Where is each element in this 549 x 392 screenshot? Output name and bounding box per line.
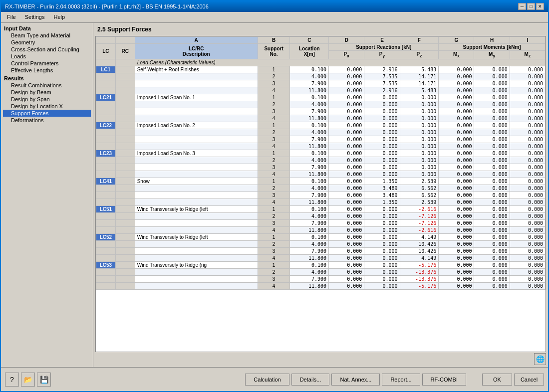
- pz-cell: 4.149: [400, 254, 439, 261]
- rc-cell: [115, 87, 135, 94]
- table-row: 37.9000.0000.00010.4260.0000.0000.000: [96, 247, 546, 254]
- desc-cell: [135, 157, 258, 164]
- x-cell: 4.000: [290, 157, 329, 164]
- support-no-cell: 2: [258, 73, 290, 80]
- report-button[interactable]: Report...: [382, 374, 420, 386]
- px-cell: 0.000: [329, 219, 364, 226]
- sidebar-item-support-forces[interactable]: Support Forces: [3, 110, 91, 117]
- my-cell: 0.000: [474, 164, 510, 171]
- x-cell: 0.100: [290, 94, 329, 101]
- sidebar-item-geometry[interactable]: Geometry: [3, 39, 91, 46]
- py-cell: 2.916: [364, 66, 400, 73]
- py-cell: 0.000: [364, 164, 400, 171]
- mx-cell: 0.000: [439, 66, 474, 73]
- mx-cell: 0.000: [439, 129, 474, 136]
- support-no-cell: 3: [258, 219, 290, 226]
- sidebar-item-effective-lengths[interactable]: Effective Lengths: [3, 67, 91, 74]
- px-cell: 0.000: [329, 129, 364, 136]
- my-cell: 0.000: [474, 171, 510, 178]
- desc-cell: [135, 192, 258, 198]
- my-cell: 0.000: [474, 268, 510, 275]
- support-no-cell: 2: [258, 185, 290, 192]
- mx-cell: 0.000: [439, 261, 474, 268]
- py-cell: 3.489: [364, 192, 400, 198]
- px-cell: 0.000: [329, 254, 364, 261]
- rc-cell: [115, 150, 135, 157]
- x-cell: 11.800: [290, 143, 329, 150]
- th-support-moments: Support Moments [kNm]: [439, 43, 546, 50]
- mx-cell: 0.000: [439, 178, 474, 185]
- pz-cell: 0.000: [400, 122, 439, 129]
- desc-cell: [135, 219, 258, 226]
- my-cell: 0.000: [474, 108, 510, 115]
- desc-cell: [135, 115, 258, 122]
- calculation-button[interactable]: Calculation: [245, 374, 289, 386]
- rf-combi-button[interactable]: RF-COMBI: [422, 374, 466, 386]
- sidebar-item-deformations[interactable]: Deformations: [3, 117, 91, 124]
- table-row: 411.8000.0000.0000.0000.0000.0000.000: [96, 115, 546, 122]
- lc-cell: [96, 226, 116, 233]
- sidebar-item-design-by-span[interactable]: Design by Span: [3, 96, 91, 103]
- pz-cell: -2.616: [400, 205, 439, 212]
- x-cell: 7.900: [290, 247, 329, 254]
- mz-cell: 0.000: [510, 73, 545, 80]
- sidebar-item-loads[interactable]: Loads: [3, 53, 91, 60]
- sidebar-item-beam-type[interactable]: Beam Type and Material: [3, 32, 91, 39]
- maximize-button[interactable]: □: [527, 3, 535, 10]
- earth-icon[interactable]: 🌐: [534, 353, 546, 365]
- help-icon-btn[interactable]: ?: [5, 373, 19, 387]
- x-cell: 4.000: [290, 212, 329, 219]
- sidebar-item-control-params[interactable]: Control Parameters: [3, 60, 91, 67]
- lc-cell: [96, 115, 116, 122]
- details-button[interactable]: Details...: [291, 374, 330, 386]
- rc-cell: [115, 73, 135, 80]
- desc-cell: [135, 198, 258, 205]
- th-empty2: [115, 36, 135, 43]
- sidebar-item-design-by-location[interactable]: Design by Location X: [3, 103, 91, 110]
- mz-cell: 0.000: [510, 275, 545, 282]
- py-cell: 0.000: [364, 136, 400, 143]
- table-row: 411.8000.0001.3502.5390.0000.0000.000: [96, 198, 546, 205]
- th-col-c: C: [290, 36, 329, 43]
- menu-file[interactable]: File: [3, 13, 20, 21]
- menu-help[interactable]: Help: [49, 13, 69, 21]
- desc-cell: [135, 240, 258, 247]
- x-cell: 4.000: [290, 129, 329, 136]
- ok-button[interactable]: OK: [482, 374, 512, 386]
- content-title: 2.5 Support Forces: [95, 25, 546, 34]
- rc-cell: [115, 94, 135, 101]
- x-cell: 7.900: [290, 275, 329, 282]
- sidebar-item-cross-section[interactable]: Cross-Section and Coupling: [3, 46, 91, 53]
- minimize-button[interactable]: ─: [518, 3, 526, 10]
- data-table-container[interactable]: A B C D E F G H I LC: [95, 36, 546, 352]
- close-button[interactable]: ✕: [536, 3, 544, 10]
- save-icon-btn[interactable]: 💾: [37, 373, 51, 387]
- menu-settings[interactable]: Settings: [21, 13, 49, 21]
- nat-annex-button[interactable]: Nat. Annex...: [331, 374, 380, 386]
- x-cell: 7.900: [290, 136, 329, 143]
- x-cell: 7.900: [290, 80, 329, 87]
- desc-cell: Imposed Load Span No. 1: [135, 94, 258, 101]
- support-no-cell: 1: [258, 205, 290, 212]
- sidebar-item-result-combinations[interactable]: Result Combinations: [3, 82, 91, 89]
- rc-cell: [115, 275, 135, 282]
- my-cell: 0.000: [474, 136, 510, 143]
- pz-cell: -7.126: [400, 212, 439, 219]
- pz-cell: 6.562: [400, 192, 439, 198]
- desc-cell: [135, 185, 258, 192]
- th-my: My: [474, 50, 510, 59]
- open-folder-icon-btn[interactable]: 📂: [21, 373, 35, 387]
- px-cell: 0.000: [329, 171, 364, 178]
- rc-cell: [115, 157, 135, 164]
- table-row: 411.8000.0000.0004.1490.0000.0000.000: [96, 254, 546, 261]
- x-cell: 4.000: [290, 268, 329, 275]
- sidebar-item-design-by-beam[interactable]: Design by Beam: [3, 89, 91, 96]
- td-empty2: [115, 59, 135, 66]
- desc-cell: [135, 282, 258, 289]
- x-cell: 11.800: [290, 115, 329, 122]
- mx-cell: 0.000: [439, 275, 474, 282]
- desc-cell: [135, 275, 258, 282]
- px-cell: 0.000: [329, 87, 364, 94]
- px-cell: 0.000: [329, 212, 364, 219]
- cancel-button[interactable]: Cancel: [514, 374, 544, 386]
